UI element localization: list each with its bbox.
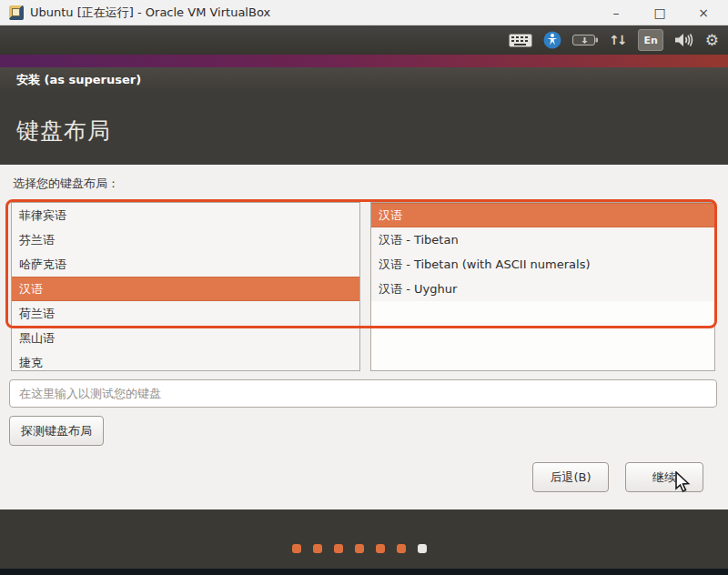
keyboard-test-input[interactable]	[9, 379, 717, 408]
battery-icon[interactable]	[572, 29, 598, 51]
keyboard-layout-prompt: 选择您的键盘布局：	[13, 176, 119, 192]
volume-icon[interactable]	[674, 29, 694, 51]
installer-title: 安装 (as superuser)	[16, 72, 141, 88]
window-controls: – □ ×	[601, 1, 719, 25]
installer-titlebar: 安装 (as superuser)	[0, 67, 728, 92]
keyboard-icon[interactable]	[509, 29, 532, 51]
progress-dot	[376, 544, 385, 553]
progress-dot	[397, 544, 406, 553]
maximize-button[interactable]: □	[644, 1, 675, 25]
layout-list-item[interactable]: 捷克	[12, 350, 359, 371]
vm-titlebar: Ubuntu [正在运行] - Oracle VM VirtualBox – □…	[0, 0, 728, 25]
progress-dots	[0, 544, 719, 553]
installer-footer	[0, 509, 728, 569]
progress-dot	[334, 544, 343, 553]
variant-list-item[interactable]: 汉语 - Uyghur	[371, 277, 714, 301]
variant-list[interactable]: 汉语汉语 - Tibetan汉语 - Tibetan (with ASCII n…	[370, 202, 715, 371]
vm-window-title: Ubuntu [正在运行] - Oracle VM VirtualBox	[30, 5, 270, 21]
layout-list[interactable]: 菲律宾语芬兰语哈萨克语汉语荷兰语黑山语捷克	[11, 202, 360, 371]
desktop-wallpaper-strip	[0, 55, 728, 67]
layout-list-item[interactable]: 哈萨克语	[12, 252, 359, 277]
detect-keyboard-button[interactable]: 探测键盘布局	[9, 416, 104, 446]
page-title: 键盘布局	[0, 92, 728, 146]
installer-header: 安装 (as superuser) 键盘布局	[0, 67, 728, 165]
accessibility-icon[interactable]	[543, 29, 561, 51]
variant-list-item[interactable]: 汉语	[371, 203, 714, 227]
progress-dot	[292, 544, 301, 553]
virtualbox-window: Ubuntu [正在运行] - Oracle VM VirtualBox – □…	[0, 0, 728, 575]
progress-dot	[313, 544, 322, 553]
progress-dot-current	[418, 544, 427, 553]
layout-list-item[interactable]: 黑山语	[12, 326, 359, 350]
vm-status-strip	[0, 569, 728, 575]
input-method-indicator[interactable]: En	[638, 29, 662, 51]
variant-list-item[interactable]: 汉语 - Tibetan (with ASCII numerals)	[371, 252, 714, 277]
close-button[interactable]: ×	[688, 1, 719, 25]
layout-list-item[interactable]: 汉语	[12, 277, 359, 301]
unity-top-panel: ↑↓ En ⚙	[0, 25, 728, 55]
network-arrows-icon[interactable]: ↑↓	[609, 29, 627, 51]
session-gear-icon[interactable]: ⚙	[705, 29, 719, 51]
continue-button[interactable]: 继续	[625, 462, 703, 492]
layout-list-item[interactable]: 荷兰语	[12, 301, 359, 326]
variant-list-item[interactable]: 汉语 - Tibetan	[371, 227, 714, 252]
progress-dot	[355, 544, 364, 553]
minimize-button[interactable]: –	[601, 1, 632, 25]
virtualbox-logo-icon	[9, 5, 24, 20]
back-button[interactable]: 后退(B)	[532, 462, 609, 492]
installer-content: 选择您的键盘布局： 菲律宾语芬兰语哈萨克语汉语荷兰语黑山语捷克 汉语汉语 - T…	[0, 165, 728, 509]
layout-list-item[interactable]: 菲律宾语	[12, 203, 359, 227]
layout-list-item[interactable]: 芬兰语	[12, 227, 359, 252]
